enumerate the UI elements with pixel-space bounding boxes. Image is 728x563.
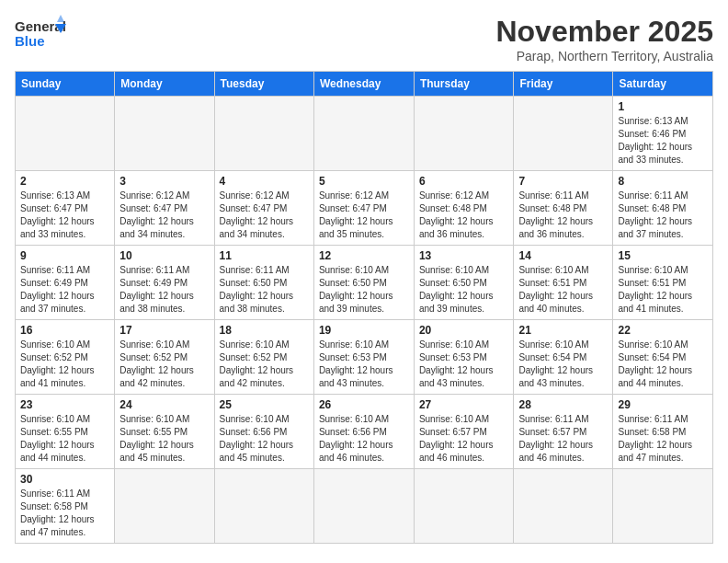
day-number: 17 [119, 324, 209, 337]
calendar-cell: 6Sunrise: 6:12 AM Sunset: 6:48 PM Daylig… [414, 171, 514, 246]
day-info: Sunrise: 6:10 AM Sunset: 6:52 PM Dayligh… [20, 339, 109, 390]
day-info: Sunrise: 6:12 AM Sunset: 6:47 PM Dayligh… [119, 190, 209, 241]
col-tuesday: Tuesday [214, 72, 313, 97]
calendar-cell [514, 469, 613, 544]
calendar-cell: 7Sunrise: 6:11 AM Sunset: 6:48 PM Daylig… [514, 171, 613, 246]
day-number: 22 [618, 324, 708, 337]
calendar-cell [313, 97, 414, 171]
day-number: 23 [20, 398, 109, 411]
calendar-cell: 27Sunrise: 6:10 AM Sunset: 6:57 PM Dayli… [414, 395, 514, 469]
day-info: Sunrise: 6:10 AM Sunset: 6:56 PM Dayligh… [319, 413, 409, 465]
day-info: Sunrise: 6:10 AM Sunset: 6:54 PM Dayligh… [518, 339, 608, 390]
col-thursday: Thursday [414, 72, 514, 97]
day-info: Sunrise: 6:10 AM Sunset: 6:51 PM Dayligh… [618, 264, 708, 316]
day-number: 6 [419, 175, 509, 188]
day-number: 16 [20, 324, 109, 337]
day-number: 24 [119, 398, 209, 411]
day-number: 14 [518, 249, 608, 262]
day-number: 20 [419, 324, 509, 337]
col-wednesday: Wednesday [313, 72, 414, 97]
day-number: 15 [618, 249, 708, 262]
day-info: Sunrise: 6:10 AM Sunset: 6:51 PM Dayligh… [518, 264, 608, 316]
calendar-cell: 3Sunrise: 6:12 AM Sunset: 6:47 PM Daylig… [115, 171, 214, 246]
day-number: 21 [518, 324, 608, 337]
calendar-cell: 22Sunrise: 6:10 AM Sunset: 6:54 PM Dayli… [613, 320, 713, 395]
calendar-week-row: 9Sunrise: 6:11 AM Sunset: 6:49 PM Daylig… [16, 246, 713, 320]
day-info: Sunrise: 6:10 AM Sunset: 6:56 PM Dayligh… [220, 413, 309, 465]
calendar-cell: 14Sunrise: 6:10 AM Sunset: 6:51 PM Dayli… [514, 246, 613, 320]
day-number: 4 [220, 175, 309, 188]
day-number: 7 [518, 175, 608, 188]
col-monday: Monday [115, 72, 214, 97]
calendar-cell: 2Sunrise: 6:13 AM Sunset: 6:47 PM Daylig… [16, 171, 115, 246]
calendar-cell: 4Sunrise: 6:12 AM Sunset: 6:47 PM Daylig… [214, 171, 313, 246]
calendar-week-row: 2Sunrise: 6:13 AM Sunset: 6:47 PM Daylig… [16, 171, 713, 246]
day-number: 9 [20, 249, 109, 262]
day-number: 13 [419, 249, 509, 262]
calendar-cell [313, 469, 414, 544]
day-info: Sunrise: 6:10 AM Sunset: 6:53 PM Dayligh… [319, 339, 409, 390]
calendar-cell [514, 97, 613, 171]
day-number: 2 [20, 175, 109, 188]
calendar-cell: 13Sunrise: 6:10 AM Sunset: 6:50 PM Dayli… [414, 246, 514, 320]
calendar-cell: 11Sunrise: 6:11 AM Sunset: 6:50 PM Dayli… [214, 246, 313, 320]
calendar-table: Sunday Monday Tuesday Wednesday Thursday… [15, 71, 713, 544]
day-number: 1 [618, 100, 708, 113]
day-number: 26 [319, 398, 409, 411]
calendar-cell: 20Sunrise: 6:10 AM Sunset: 6:53 PM Dayli… [414, 320, 514, 395]
col-friday: Friday [514, 72, 613, 97]
logo: General Blue [15, 15, 70, 55]
calendar-header-row: Sunday Monday Tuesday Wednesday Thursday… [16, 72, 713, 97]
day-number: 25 [220, 398, 309, 411]
calendar-week-row: 30Sunrise: 6:11 AM Sunset: 6:58 PM Dayli… [16, 469, 713, 544]
day-info: Sunrise: 6:11 AM Sunset: 6:48 PM Dayligh… [618, 190, 708, 241]
calendar-cell: 23Sunrise: 6:10 AM Sunset: 6:55 PM Dayli… [16, 395, 115, 469]
calendar-cell: 12Sunrise: 6:10 AM Sunset: 6:50 PM Dayli… [313, 246, 414, 320]
day-number: 11 [220, 249, 309, 262]
calendar-cell: 25Sunrise: 6:10 AM Sunset: 6:56 PM Dayli… [214, 395, 313, 469]
calendar-cell: 9Sunrise: 6:11 AM Sunset: 6:49 PM Daylig… [16, 246, 115, 320]
day-info: Sunrise: 6:11 AM Sunset: 6:48 PM Dayligh… [518, 190, 608, 241]
day-info: Sunrise: 6:12 AM Sunset: 6:47 PM Dayligh… [220, 190, 309, 241]
day-info: Sunrise: 6:12 AM Sunset: 6:48 PM Dayligh… [419, 190, 509, 241]
day-info: Sunrise: 6:10 AM Sunset: 6:52 PM Dayligh… [220, 339, 309, 390]
calendar-cell [115, 469, 214, 544]
calendar-week-row: 1Sunrise: 6:13 AM Sunset: 6:46 PM Daylig… [16, 97, 713, 171]
calendar-cell [16, 97, 115, 171]
calendar-cell [613, 469, 713, 544]
calendar-cell [214, 469, 313, 544]
calendar-cell: 1Sunrise: 6:13 AM Sunset: 6:46 PM Daylig… [613, 97, 713, 171]
calendar-cell: 30Sunrise: 6:11 AM Sunset: 6:58 PM Dayli… [16, 469, 115, 544]
day-info: Sunrise: 6:11 AM Sunset: 6:58 PM Dayligh… [618, 413, 708, 465]
calendar-cell: 8Sunrise: 6:11 AM Sunset: 6:48 PM Daylig… [613, 171, 713, 246]
day-info: Sunrise: 6:13 AM Sunset: 6:46 PM Dayligh… [618, 115, 708, 167]
calendar-week-row: 16Sunrise: 6:10 AM Sunset: 6:52 PM Dayli… [16, 320, 713, 395]
day-info: Sunrise: 6:10 AM Sunset: 6:55 PM Dayligh… [20, 413, 109, 465]
day-info: Sunrise: 6:10 AM Sunset: 6:50 PM Dayligh… [319, 264, 409, 316]
day-number: 30 [20, 473, 109, 486]
day-info: Sunrise: 6:11 AM Sunset: 6:50 PM Dayligh… [220, 264, 309, 316]
logo-icon: General Blue [15, 15, 70, 55]
calendar-week-row: 23Sunrise: 6:10 AM Sunset: 6:55 PM Dayli… [16, 395, 713, 469]
page-header: General Blue November 2025 Parap, Northe… [15, 15, 713, 63]
day-info: Sunrise: 6:10 AM Sunset: 6:57 PM Dayligh… [419, 413, 509, 465]
calendar-cell: 10Sunrise: 6:11 AM Sunset: 6:49 PM Dayli… [115, 246, 214, 320]
day-info: Sunrise: 6:10 AM Sunset: 6:54 PM Dayligh… [618, 339, 708, 390]
calendar-cell [414, 469, 514, 544]
day-info: Sunrise: 6:11 AM Sunset: 6:49 PM Dayligh… [20, 264, 109, 316]
col-saturday: Saturday [613, 72, 713, 97]
day-info: Sunrise: 6:11 AM Sunset: 6:57 PM Dayligh… [518, 413, 608, 465]
calendar-cell: 15Sunrise: 6:10 AM Sunset: 6:51 PM Dayli… [613, 246, 713, 320]
day-number: 19 [319, 324, 409, 337]
calendar-cell: 26Sunrise: 6:10 AM Sunset: 6:56 PM Dayli… [313, 395, 414, 469]
day-number: 28 [518, 398, 608, 411]
calendar-cell: 17Sunrise: 6:10 AM Sunset: 6:52 PM Dayli… [115, 320, 214, 395]
day-info: Sunrise: 6:10 AM Sunset: 6:55 PM Dayligh… [119, 413, 209, 465]
calendar-cell: 28Sunrise: 6:11 AM Sunset: 6:57 PM Dayli… [514, 395, 613, 469]
subtitle: Parap, Northern Territory, Australia [495, 49, 713, 63]
day-info: Sunrise: 6:10 AM Sunset: 6:52 PM Dayligh… [119, 339, 209, 390]
month-title: November 2025 [495, 15, 713, 49]
day-info: Sunrise: 6:11 AM Sunset: 6:49 PM Dayligh… [119, 264, 209, 316]
day-info: Sunrise: 6:13 AM Sunset: 6:47 PM Dayligh… [20, 190, 109, 241]
calendar-cell [115, 97, 214, 171]
